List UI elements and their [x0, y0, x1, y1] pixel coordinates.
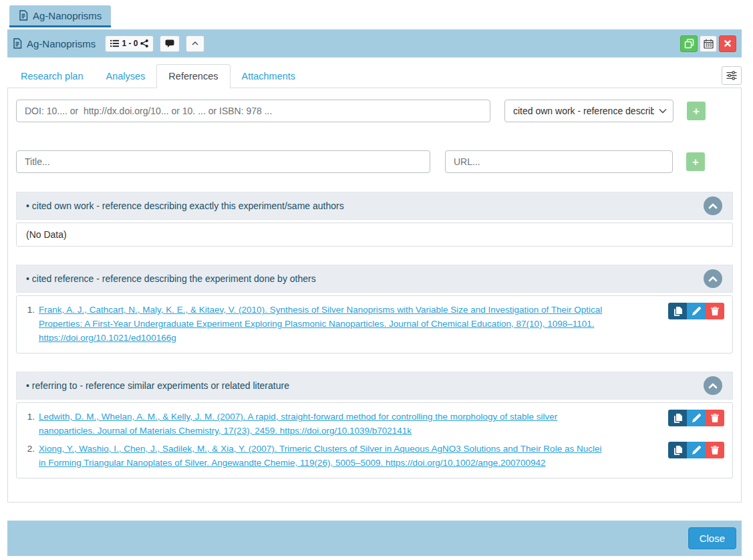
tab-attachments[interactable]: Attachments	[231, 65, 307, 88]
reference-number: 2.	[25, 442, 35, 456]
reference-link[interactable]: Xiong, Y., Washio, I., Chen, J., Sadilek…	[39, 442, 668, 470]
trash-icon	[711, 307, 719, 315]
chevron-up-icon	[708, 276, 718, 282]
reference-link[interactable]: Frank, A. J., Cathcart, N., Maly, K. E.,…	[39, 303, 668, 345]
window-tab-ag-nanoprisms[interactable]: Ag-Nanoprisms	[9, 5, 111, 27]
no-data-text: (No Data)	[17, 223, 732, 246]
duplicate-icon	[684, 39, 694, 49]
copy-reference-button[interactable]	[668, 303, 687, 319]
calendar-icon	[704, 39, 714, 49]
reference-number: 1.	[25, 303, 35, 317]
footer-bar: Close	[7, 521, 742, 556]
tab-bar: Research plan Analyses References Attach…	[7, 64, 742, 88]
reference-section: • cited reference - reference describing…	[16, 265, 733, 354]
tab-analyses[interactable]: Analyses	[95, 65, 157, 88]
share-icon	[140, 39, 148, 47]
section-collapse-button[interactable]	[704, 376, 722, 395]
reference-section: • cited own work - reference describing …	[16, 192, 733, 247]
section-box: 1. Frank, A. J., Cathcart, N., Maly, K. …	[16, 295, 733, 354]
chevron-up-icon	[708, 383, 718, 389]
trash-icon	[711, 414, 719, 422]
delete-reference-button[interactable]	[706, 303, 724, 319]
reference-category-select[interactable]: cited own work - reference describing ex…	[504, 100, 673, 122]
reference-counter-button[interactable]: 1 - 0	[105, 35, 154, 52]
close-button[interactable]: Close	[688, 527, 736, 549]
paste-icon	[673, 307, 682, 316]
edit-reference-button[interactable]	[687, 410, 706, 426]
reference-item: 1. Ledwith, D. M., Whelan, A. M., & Kell…	[25, 410, 724, 438]
tab-references[interactable]: References	[156, 64, 230, 88]
comments-button[interactable]	[160, 35, 180, 52]
section-box: 1. Ledwith, D. M., Whelan, A. M., & Kell…	[16, 402, 733, 478]
close-entry-button[interactable]	[719, 35, 736, 52]
sliders-icon	[726, 71, 737, 80]
delete-reference-button[interactable]	[706, 410, 724, 426]
collapse-entry-button[interactable]	[186, 35, 204, 52]
section-collapse-button[interactable]	[704, 196, 722, 215]
chevron-up-icon	[192, 41, 198, 45]
section-box: (No Data)	[16, 223, 733, 247]
reference-actions	[668, 410, 724, 426]
delete-reference-button[interactable]	[706, 442, 724, 458]
section-title: • referring to - reference similar exper…	[26, 380, 289, 391]
reference-number: 1.	[25, 410, 35, 424]
reference-actions	[668, 442, 724, 458]
references-panel: cited own work - reference describing ex…	[7, 88, 742, 503]
section-header: • cited reference - reference describing…	[16, 265, 733, 293]
paste-icon	[673, 414, 682, 423]
tab-research-plan[interactable]: Research plan	[9, 65, 95, 88]
section-title: • cited own work - reference describing …	[26, 200, 344, 211]
add-doi-reference-button[interactable]: +	[687, 102, 706, 120]
reference-item: 2. Xiong, Y., Washio, I., Chen, J., Sadi…	[25, 442, 724, 470]
category-select-wrap: cited own work - reference describing ex…	[504, 100, 673, 122]
add-manual-reference-button[interactable]: +	[686, 152, 705, 171]
reference-settings-button[interactable]	[722, 66, 742, 85]
window-tab-strip: Ag-Nanoprisms	[7, 0, 742, 27]
document-icon	[19, 10, 28, 21]
doi-row: cited own work - reference describing ex…	[16, 100, 733, 122]
copy-reference-button[interactable]	[668, 410, 687, 426]
section-collapse-button[interactable]	[704, 269, 722, 288]
chevron-up-icon	[708, 203, 718, 209]
entry-header-actions	[680, 35, 736, 52]
entry-title: Ag-Nanoprisms	[27, 38, 96, 49]
reference-actions	[668, 303, 724, 319]
duplicate-entry-button[interactable]	[680, 35, 698, 52]
title-input[interactable]	[16, 150, 430, 173]
trash-icon	[711, 446, 719, 454]
url-input[interactable]	[445, 150, 673, 173]
plus-icon: +	[693, 106, 700, 117]
window-tab-label: Ag-Nanoprisms	[33, 10, 102, 21]
x-icon	[724, 40, 731, 47]
doi-input[interactable]	[16, 100, 490, 122]
document-icon	[13, 38, 22, 49]
counter-value: 1 - 0	[122, 39, 138, 48]
section-title: • cited reference - reference describing…	[26, 273, 316, 284]
reference-list: 1. Ledwith, D. M., Whelan, A. M., & Kell…	[17, 403, 732, 478]
pencil-icon	[692, 307, 701, 315]
copy-reference-button[interactable]	[668, 442, 687, 458]
edit-reference-button[interactable]	[687, 442, 706, 458]
sections-container: • cited own work - reference describing …	[16, 192, 733, 478]
section-header: • cited own work - reference describing …	[16, 192, 733, 220]
experiment-window: Ag-Nanoprisms Ag-Nanoprisms 1 - 0	[0, 0, 753, 560]
plus-icon: +	[692, 156, 699, 168]
manual-row: +	[16, 150, 733, 173]
reference-link[interactable]: Ledwith, D. M., Whelan, A. M., & Kelly, …	[39, 410, 668, 438]
reference-list: 1. Frank, A. J., Cathcart, N., Maly, K. …	[17, 296, 732, 353]
entry-header: Ag-Nanoprisms 1 - 0	[7, 29, 742, 57]
comment-bubble-icon	[165, 39, 174, 48]
paste-icon	[673, 446, 682, 455]
edit-reference-button[interactable]	[687, 303, 706, 319]
pencil-icon	[692, 446, 701, 454]
calendar-button[interactable]	[700, 35, 717, 52]
reference-section: • referring to - reference similar exper…	[16, 372, 733, 478]
list-icon	[110, 39, 119, 47]
pencil-icon	[692, 414, 701, 422]
section-header: • referring to - reference similar exper…	[16, 372, 733, 400]
reference-item: 1. Frank, A. J., Cathcart, N., Maly, K. …	[25, 303, 724, 345]
